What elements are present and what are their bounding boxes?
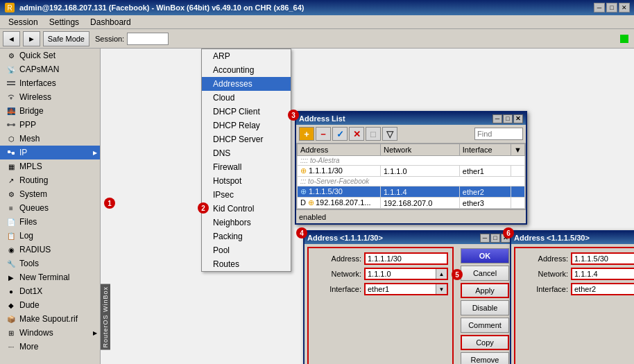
sidebar-item-wireless[interactable]: Wireless <box>0 90 100 104</box>
menu-session[interactable]: Session <box>3 16 44 28</box>
sidebar-item-dot1x[interactable]: ● Dot1X <box>0 284 100 298</box>
addr-detail-1-title-bar[interactable]: Address <1.1.1.1/30> ─ □ ✕ <box>305 232 513 244</box>
sidebar-item-mpls[interactable]: ▦ MPLS <box>0 159 100 173</box>
session-input[interactable] <box>127 33 169 45</box>
ctx-packing[interactable]: Packing <box>202 229 291 243</box>
addr-detail-1-cancel-button[interactable]: Cancel <box>461 266 509 281</box>
addr-detail-1-network-arrow-icon[interactable]: ▲ <box>436 269 447 279</box>
sidebar-item-make-supout[interactable]: 📦 Make Supout.rif <box>0 312 100 326</box>
ctx-ipsec[interactable]: IPsec <box>202 188 291 202</box>
addr-detail-2-address-input[interactable]: 1.1.1.5/30 <box>571 252 634 265</box>
wireless-icon <box>6 92 17 103</box>
sidebar-item-tools[interactable]: 🔧 Tools <box>0 257 100 270</box>
addr-list-title-bar[interactable]: Address List ─ □ ✕ <box>296 112 526 125</box>
addr-list-minimize-btn[interactable]: ─ <box>492 114 502 123</box>
sidebar-item-routing[interactable]: ↗ Routing <box>0 173 100 187</box>
col-address[interactable]: Address <box>298 144 381 156</box>
table-row[interactable]: ::: to-Server-Facebook <box>298 177 525 187</box>
table-row[interactable]: :::: to-Alestra <box>298 156 525 166</box>
sidebar-item-files[interactable]: 📄 Files <box>0 215 100 229</box>
addr-search-input[interactable] <box>474 128 523 140</box>
back-button[interactable]: ◄ <box>3 31 20 46</box>
ctx-dhcp-relay[interactable]: DHCP Relay <box>202 119 291 132</box>
sidebar-item-dude[interactable]: ◆ Dude <box>0 298 100 312</box>
sidebar-item-more[interactable]: ··· More <box>0 340 100 354</box>
addr-detail-2-interface-value: ether2 <box>572 285 634 293</box>
addr-list-close-btn[interactable]: ✕ <box>513 114 523 123</box>
addr-list-restore-btn[interactable]: □ <box>503 114 513 123</box>
addr-detail-1-ok-button[interactable]: OK <box>461 248 509 263</box>
sidebar-item-ppp[interactable]: PPP <box>0 118 100 132</box>
radius-icon: ◉ <box>6 244 17 255</box>
sidebar-item-radius[interactable]: ◉ RADIUS <box>0 243 100 257</box>
ctx-firewall[interactable]: Firewall <box>202 160 291 174</box>
ctx-routes[interactable]: Routes <box>202 257 291 271</box>
col-dropdown[interactable]: ▼ <box>511 144 525 156</box>
sidebar-item-capsman[interactable]: 📡 CAPsMAN <box>0 62 100 76</box>
sidebar-item-log[interactable]: 📋 Log <box>0 229 100 243</box>
menu-settings[interactable]: Settings <box>44 16 85 28</box>
sidebar-item-quick-set[interactable]: ⚙ Quick Set <box>0 49 100 62</box>
addr-detail-1-network-label: Network: <box>313 270 361 278</box>
sidebar-item-mesh[interactable]: ⬡ Mesh <box>0 132 100 146</box>
addr-detail-1-interface-combo[interactable]: ether1 ▼ <box>364 283 448 295</box>
addr-detail-2-network-combo[interactable]: 1.1.1.4 ▲ <box>571 268 634 280</box>
sidebar-item-ip[interactable]: IP ▶ <box>0 146 100 159</box>
sidebar-item-windows[interactable]: ⊞ Windows ▶ <box>0 326 100 340</box>
col-network[interactable]: Network <box>381 144 460 156</box>
addr-detail-1-remove-button[interactable]: Remove <box>461 352 509 364</box>
addr-disable-button[interactable]: ✕ <box>349 127 364 141</box>
ctx-hotspot[interactable]: Hotspot <box>202 174 291 188</box>
ctx-dhcp-client[interactable]: DHCP Client <box>202 105 291 119</box>
addr-detail-2-interface-combo[interactable]: ether2 ▼ <box>571 283 634 295</box>
addr-comment-button[interactable]: □ <box>366 127 381 141</box>
table-row[interactable]: ⊕1.1.1.5/30 1.1.1.4 ether2 <box>298 187 525 198</box>
sidebar-item-interfaces[interactable]: Interfaces <box>0 76 100 90</box>
sidebar-item-bridge[interactable]: 🌉 Bridge <box>0 104 100 118</box>
ctx-dhcp-server[interactable]: DHCP Server <box>202 132 291 146</box>
session-label: Session: <box>95 35 124 43</box>
close-button[interactable]: ✕ <box>619 3 630 12</box>
addr-detail-1-network-combo[interactable]: 1.1.1.0 ▲ <box>364 268 448 280</box>
addr-filter-button[interactable]: ▽ <box>382 127 397 141</box>
addr-detail-1-disable-button[interactable]: Disable <box>461 300 509 315</box>
ip-submenu: ARP Accounting Addresses Cloud DHCP Clie… <box>201 49 291 272</box>
col-interface[interactable]: Interface <box>459 144 511 156</box>
addr-detail-1-apply-button[interactable]: Apply <box>461 283 509 298</box>
maximize-button[interactable]: □ <box>606 3 617 12</box>
addr-detail-1-buttons: OK Cancel Apply Disable Comment Copy Rem… <box>456 244 513 364</box>
addr-detail-1-comment-button[interactable]: Comment <box>461 318 509 333</box>
addr-detail-1-address-input[interactable]: 1.1.1.1/30 <box>364 252 448 265</box>
addr-add-button[interactable]: + <box>299 127 314 141</box>
table-row[interactable]: ⊕1.1.1.1/30 1.1.1.0 ether1 <box>298 166 525 177</box>
sidebar-item-queues[interactable]: ≡ Queues <box>0 201 100 215</box>
table-row[interactable]: D ⊕192.168.207.1... 192.168.207.0 ether3 <box>298 198 525 209</box>
addr-detail-2-title-bar[interactable]: Address <1.1.1.5/30> ─ □ ✕ <box>511 232 634 244</box>
addr-detail-1-address-row: Address: 1.1.1.1/30 <box>313 252 448 265</box>
ctx-cloud[interactable]: Cloud <box>202 91 291 105</box>
addr-detail-2-interface-row: Interface: ether2 ▼ <box>520 283 634 295</box>
ctx-dns[interactable]: DNS <box>202 146 291 160</box>
sidebar-item-new-terminal[interactable]: ▶ New Terminal <box>0 270 100 284</box>
safe-mode-button[interactable]: Safe Mode <box>43 31 89 46</box>
addr-detail-1-restore-btn[interactable]: □ <box>490 234 500 243</box>
sidebar-item-system[interactable]: ⚙ System <box>0 187 100 201</box>
ctx-arp[interactable]: ARP <box>202 49 291 63</box>
ctx-pool[interactable]: Pool <box>202 243 291 257</box>
addr-detail-1-interface-arrow-icon[interactable]: ▼ <box>436 284 447 294</box>
ctx-addresses[interactable]: Addresses <box>202 77 291 91</box>
menu-dashboard[interactable]: Dashboard <box>85 16 137 28</box>
sidebar: ⚙ Quick Set 📡 CAPsMAN Interfaces Wireles… <box>0 49 101 364</box>
addr-detail-1-copy-button[interactable]: Copy <box>461 335 509 350</box>
forward-button[interactable]: ► <box>23 31 40 46</box>
addr-detail-1-network-value: 1.1.1.0 <box>366 270 436 278</box>
addr-detail-1-minimize-btn[interactable]: ─ <box>480 234 490 243</box>
minimize-button[interactable]: ─ <box>594 3 605 12</box>
ctx-kid-control[interactable]: Kid Control <box>202 202 291 216</box>
interface-cell: ether3 <box>459 198 511 209</box>
addr-remove-button[interactable]: − <box>316 127 331 141</box>
ctx-neighbors[interactable]: Neighbors <box>202 216 291 229</box>
ctx-accounting[interactable]: Accounting <box>202 63 291 77</box>
quick-set-icon: ⚙ <box>6 50 17 61</box>
addr-enable-button[interactable]: ✓ <box>332 127 348 141</box>
